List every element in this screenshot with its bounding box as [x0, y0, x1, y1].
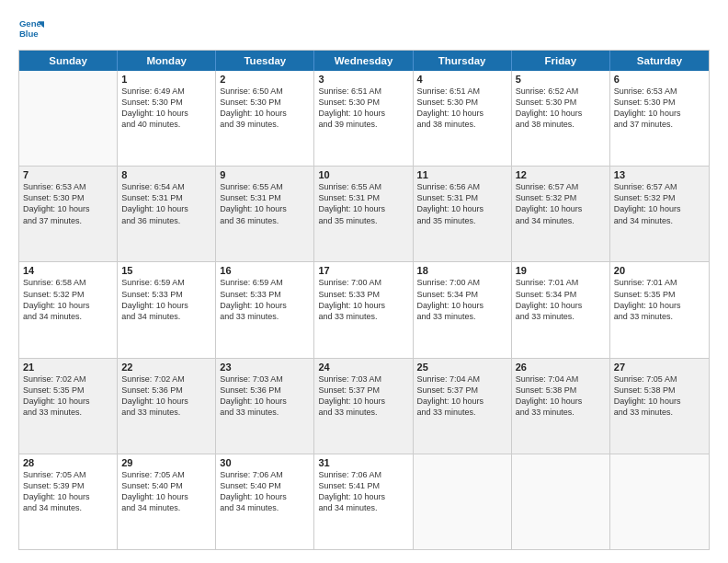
day-detail: Sunrise: 6:51 AM Sunset: 5:30 PM Dayligh…: [318, 86, 408, 131]
page: General Blue SundayMondayTuesdayWednesda…: [0, 0, 728, 563]
day-detail: Sunrise: 7:00 AM Sunset: 5:33 PM Dayligh…: [318, 277, 408, 322]
calendar-cell: 4Sunrise: 6:51 AM Sunset: 5:30 PM Daylig…: [414, 71, 512, 166]
calendar-cell: 14Sunrise: 6:58 AM Sunset: 5:32 PM Dayli…: [19, 262, 118, 357]
day-detail: Sunrise: 7:05 AM Sunset: 5:39 PM Dayligh…: [23, 469, 113, 514]
calendar-cell: 12Sunrise: 6:57 AM Sunset: 5:32 PM Dayli…: [512, 167, 610, 261]
day-number: 19: [516, 265, 606, 276]
day-number: 18: [417, 265, 507, 276]
svg-text:Blue: Blue: [19, 29, 39, 39]
day-detail: Sunrise: 7:05 AM Sunset: 5:40 PM Dayligh…: [121, 469, 211, 514]
calendar-cell: 3Sunrise: 6:51 AM Sunset: 5:30 PM Daylig…: [314, 71, 413, 166]
header-day-monday: Monday: [118, 51, 216, 71]
calendar-cell: 20Sunrise: 7:01 AM Sunset: 5:35 PM Dayli…: [610, 262, 709, 357]
calendar-cell: [19, 71, 118, 166]
day-detail: Sunrise: 6:53 AM Sunset: 5:30 PM Dayligh…: [23, 181, 113, 226]
header-day-tuesday: Tuesday: [216, 51, 314, 71]
calendar-row-1: 7Sunrise: 6:53 AM Sunset: 5:30 PM Daylig…: [19, 167, 709, 262]
calendar-cell: 16Sunrise: 6:59 AM Sunset: 5:33 PM Dayli…: [216, 262, 314, 357]
day-number: 3: [318, 74, 408, 85]
day-detail: Sunrise: 7:03 AM Sunset: 5:37 PM Dayligh…: [318, 373, 408, 419]
day-detail: Sunrise: 7:01 AM Sunset: 5:34 PM Dayligh…: [516, 277, 606, 322]
header-day-wednesday: Wednesday: [314, 51, 413, 71]
calendar-cell: 24Sunrise: 7:03 AM Sunset: 5:37 PM Dayli…: [314, 359, 413, 454]
calendar-cell: [610, 454, 709, 549]
calendar-cell: 21Sunrise: 7:02 AM Sunset: 5:35 PM Dayli…: [19, 359, 118, 454]
day-number: 17: [318, 265, 408, 276]
day-number: 27: [614, 362, 705, 373]
day-detail: Sunrise: 7:00 AM Sunset: 5:34 PM Dayligh…: [417, 277, 507, 322]
header-day-saturday: Saturday: [610, 51, 709, 71]
day-number: 12: [516, 169, 606, 180]
day-number: 20: [614, 265, 705, 276]
day-detail: Sunrise: 7:02 AM Sunset: 5:35 PM Dayligh…: [23, 373, 113, 419]
day-number: 26: [516, 362, 606, 373]
calendar-cell: 10Sunrise: 6:55 AM Sunset: 5:31 PM Dayli…: [314, 167, 413, 261]
logo: General Blue: [18, 17, 46, 42]
calendar-cell: [414, 454, 512, 549]
calendar-cell: 30Sunrise: 7:06 AM Sunset: 5:40 PM Dayli…: [216, 454, 314, 549]
calendar-cell: 2Sunrise: 6:50 AM Sunset: 5:30 PM Daylig…: [216, 71, 314, 166]
day-detail: Sunrise: 6:56 AM Sunset: 5:31 PM Dayligh…: [417, 181, 507, 226]
day-detail: Sunrise: 7:04 AM Sunset: 5:37 PM Dayligh…: [417, 373, 507, 419]
day-number: 30: [220, 457, 310, 468]
calendar-cell: 13Sunrise: 6:57 AM Sunset: 5:32 PM Dayli…: [610, 167, 709, 261]
calendar-cell: 27Sunrise: 7:05 AM Sunset: 5:38 PM Dayli…: [610, 359, 709, 454]
day-number: 8: [121, 169, 211, 180]
day-number: 28: [23, 457, 113, 468]
day-number: 5: [516, 74, 606, 85]
calendar-cell: 18Sunrise: 7:00 AM Sunset: 5:34 PM Dayli…: [414, 262, 512, 357]
calendar-row-2: 14Sunrise: 6:58 AM Sunset: 5:32 PM Dayli…: [19, 262, 709, 358]
day-number: 25: [417, 362, 507, 373]
calendar-cell: 17Sunrise: 7:00 AM Sunset: 5:33 PM Dayli…: [314, 262, 413, 357]
day-detail: Sunrise: 6:51 AM Sunset: 5:30 PM Dayligh…: [417, 86, 507, 131]
day-detail: Sunrise: 7:03 AM Sunset: 5:36 PM Dayligh…: [220, 373, 310, 419]
day-number: 23: [220, 362, 310, 373]
day-detail: Sunrise: 7:01 AM Sunset: 5:35 PM Dayligh…: [614, 277, 705, 322]
header: General Blue: [18, 17, 710, 42]
calendar-cell: 15Sunrise: 6:59 AM Sunset: 5:33 PM Dayli…: [118, 262, 216, 357]
calendar-cell: 25Sunrise: 7:04 AM Sunset: 5:37 PM Dayli…: [414, 359, 512, 454]
calendar-cell: 11Sunrise: 6:56 AM Sunset: 5:31 PM Dayli…: [414, 167, 512, 261]
day-number: 15: [121, 265, 211, 276]
calendar-header: SundayMondayTuesdayWednesdayThursdayFrid…: [19, 51, 709, 71]
calendar-cell: [512, 454, 610, 549]
day-detail: Sunrise: 6:58 AM Sunset: 5:32 PM Dayligh…: [23, 277, 113, 322]
day-detail: Sunrise: 7:04 AM Sunset: 5:38 PM Dayligh…: [516, 373, 606, 419]
calendar: SundayMondayTuesdayWednesdayThursdayFrid…: [18, 50, 710, 550]
day-detail: Sunrise: 6:57 AM Sunset: 5:32 PM Dayligh…: [516, 181, 606, 226]
calendar-cell: 19Sunrise: 7:01 AM Sunset: 5:34 PM Dayli…: [512, 262, 610, 357]
logo-icon: General Blue: [18, 17, 44, 42]
header-day-friday: Friday: [512, 51, 610, 71]
calendar-cell: 22Sunrise: 7:02 AM Sunset: 5:36 PM Dayli…: [118, 359, 216, 454]
calendar-row-4: 28Sunrise: 7:05 AM Sunset: 5:39 PM Dayli…: [19, 454, 709, 549]
day-number: 31: [318, 457, 408, 468]
calendar-cell: 26Sunrise: 7:04 AM Sunset: 5:38 PM Dayli…: [512, 359, 610, 454]
day-detail: Sunrise: 7:05 AM Sunset: 5:38 PM Dayligh…: [614, 373, 705, 419]
header-day-thursday: Thursday: [414, 51, 512, 71]
day-number: 14: [23, 265, 113, 276]
day-detail: Sunrise: 7:02 AM Sunset: 5:36 PM Dayligh…: [121, 373, 211, 419]
calendar-cell: 5Sunrise: 6:52 AM Sunset: 5:30 PM Daylig…: [512, 71, 610, 166]
header-day-sunday: Sunday: [19, 51, 118, 71]
day-number: 21: [23, 362, 113, 373]
day-number: 10: [318, 169, 408, 180]
day-detail: Sunrise: 6:55 AM Sunset: 5:31 PM Dayligh…: [318, 181, 408, 226]
day-detail: Sunrise: 6:50 AM Sunset: 5:30 PM Dayligh…: [220, 86, 310, 131]
day-number: 13: [614, 169, 705, 180]
calendar-cell: 23Sunrise: 7:03 AM Sunset: 5:36 PM Dayli…: [216, 359, 314, 454]
day-detail: Sunrise: 6:57 AM Sunset: 5:32 PM Dayligh…: [614, 181, 705, 226]
day-detail: Sunrise: 6:54 AM Sunset: 5:31 PM Dayligh…: [121, 181, 211, 226]
day-number: 2: [220, 74, 310, 85]
calendar-cell: 1Sunrise: 6:49 AM Sunset: 5:30 PM Daylig…: [118, 71, 216, 166]
calendar-cell: 7Sunrise: 6:53 AM Sunset: 5:30 PM Daylig…: [19, 167, 118, 261]
day-number: 11: [417, 169, 507, 180]
day-detail: Sunrise: 7:06 AM Sunset: 5:40 PM Dayligh…: [220, 469, 310, 514]
day-number: 6: [614, 74, 705, 85]
day-number: 9: [220, 169, 310, 180]
calendar-cell: 9Sunrise: 6:55 AM Sunset: 5:31 PM Daylig…: [216, 167, 314, 261]
calendar-cell: 8Sunrise: 6:54 AM Sunset: 5:31 PM Daylig…: [118, 167, 216, 261]
day-detail: Sunrise: 7:06 AM Sunset: 5:41 PM Dayligh…: [318, 469, 408, 514]
calendar-cell: 29Sunrise: 7:05 AM Sunset: 5:40 PM Dayli…: [118, 454, 216, 549]
day-number: 7: [23, 169, 113, 180]
day-detail: Sunrise: 6:53 AM Sunset: 5:30 PM Dayligh…: [614, 86, 705, 131]
